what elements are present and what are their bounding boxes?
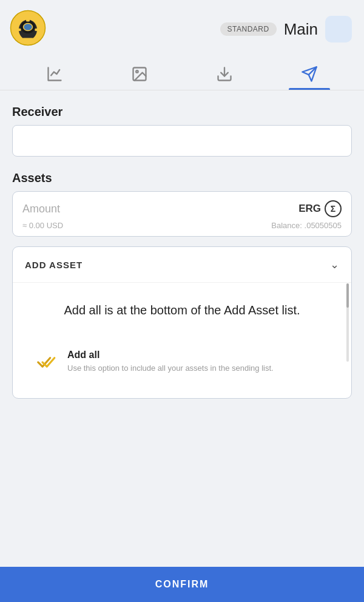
tab-send[interactable] [289, 61, 330, 90]
assets-section: Assets Amount ERG Σ ≈ 0.00 USD Balance: … [12, 171, 352, 237]
erg-badge: ERG Σ [298, 200, 342, 217]
erg-symbol: Σ [331, 204, 335, 214]
add-asset-header[interactable]: ADD ASSET ⌄ [13, 247, 351, 283]
standard-badge: STANDARD [220, 22, 277, 36]
assets-box: Amount ERG Σ ≈ 0.00 USD Balance: .050505… [12, 191, 352, 237]
header: STANDARD Main [0, 0, 364, 56]
erg-currency-label: ERG [298, 203, 321, 215]
asset-row-top: Amount ERG Σ [22, 200, 342, 217]
balance-label: Balance: [271, 221, 302, 230]
balance-text: Balance: .05050505 [271, 221, 342, 230]
usd-value: ≈ 0.00 USD [22, 221, 63, 230]
erg-circle-icon: Σ [325, 200, 342, 217]
svg-point-7 [35, 29, 38, 32]
assets-label: Assets [12, 171, 352, 185]
receiver-section: Receiver [12, 105, 352, 171]
add-all-label: Add all [67, 350, 274, 360]
header-title: Main [284, 20, 318, 39]
avatar[interactable] [325, 16, 352, 42]
nav-tabs [0, 56, 364, 90]
tab-gallery[interactable] [119, 61, 160, 90]
add-all-text: Add all Use this option to include all y… [67, 350, 274, 374]
amount-placeholder: Amount [22, 203, 60, 215]
header-right: STANDARD Main [220, 16, 352, 42]
add-asset-title: ADD ASSET [25, 260, 83, 270]
asset-row-bottom: ≈ 0.00 USD Balance: .05050505 [22, 221, 342, 230]
scrollbar-thumb[interactable] [346, 283, 349, 308]
receiver-label: Receiver [12, 105, 352, 119]
chevron-down-icon: ⌄ [330, 258, 339, 271]
svg-rect-5 [26, 19, 30, 22]
receiver-input[interactable] [12, 125, 352, 157]
add-all-description: Use this option to include all your asse… [67, 363, 274, 374]
confirm-button[interactable]: CONFIRM [0, 567, 364, 602]
main-content: Receiver Assets Amount ERG Σ ≈ 0.00 USD … [0, 90, 364, 459]
add-asset-panel: ADD ASSET ⌄ Add all is at the bottom of … [12, 246, 352, 399]
tab-download[interactable] [204, 61, 245, 90]
add-all-row[interactable]: Add all Use this option to include all y… [37, 343, 327, 380]
balance-value: .05050505 [305, 221, 342, 230]
svg-point-10 [136, 70, 138, 73]
svg-rect-8 [22, 38, 33, 41]
add-asset-body: Add all is at the bottom of the Add Asse… [13, 283, 351, 398]
add-asset-info-text: Add all is at the bottom of the Add Asse… [64, 301, 300, 319]
double-check-icon [37, 351, 59, 373]
scrollbar-track [346, 283, 349, 362]
tab-chart[interactable] [34, 61, 75, 90]
svg-point-6 [18, 29, 21, 32]
logo [10, 10, 46, 49]
